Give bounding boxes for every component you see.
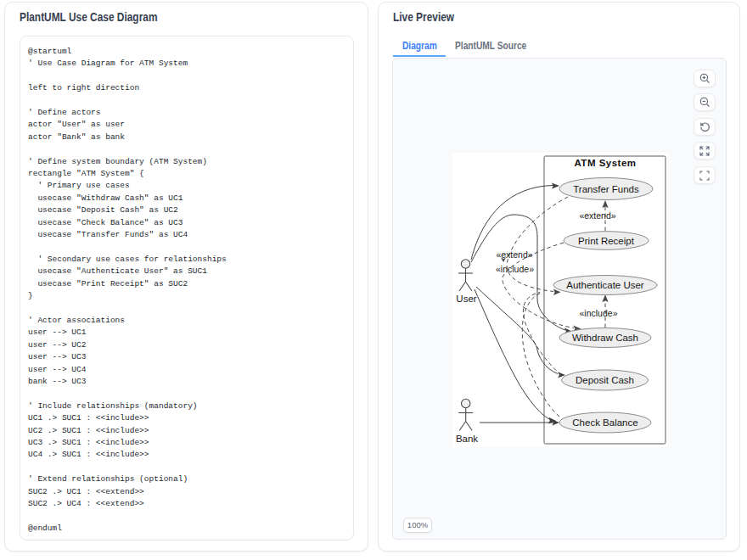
svg-text:Check Balance: Check Balance	[572, 417, 637, 428]
svg-text:Deposit Cash: Deposit Cash	[576, 375, 634, 385]
svg-text:Authenticate User: Authenticate User	[566, 280, 644, 290]
svg-text:Withdraw Cash: Withdraw Cash	[572, 333, 638, 343]
svg-text:ATM System: ATM System	[574, 158, 636, 168]
svg-text:«include»: «include»	[580, 308, 618, 318]
svg-text:User: User	[456, 294, 476, 304]
svg-text:Print Receipt: Print Receipt	[578, 236, 635, 246]
svg-text:«include»: «include»	[496, 264, 534, 274]
svg-text:«extend»: «extend»	[496, 249, 532, 260]
svg-text:Bank: Bank	[456, 434, 478, 444]
svg-text:«extend»: «extend»	[579, 210, 615, 221]
svg-text:Transfer Funds: Transfer Funds	[573, 184, 639, 194]
